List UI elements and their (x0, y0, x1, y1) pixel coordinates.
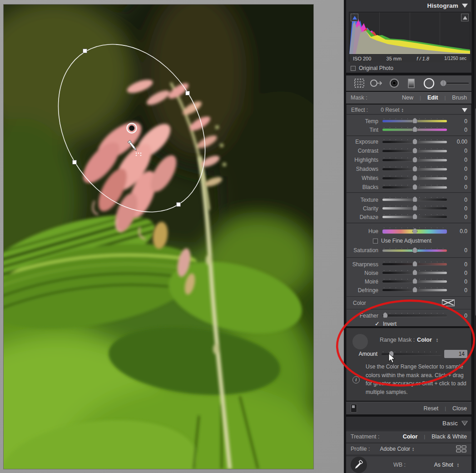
slider-value[interactable]: 0 (447, 261, 467, 268)
noise-slider[interactable] (382, 272, 447, 274)
collapse-triangle-icon[interactable] (462, 4, 468, 8)
range-mask-row[interactable]: Range Mask : Color (347, 337, 471, 343)
dehaze-slider-thumb[interactable] (412, 214, 417, 219)
mask-edit-button[interactable]: Edit (427, 95, 438, 101)
saturation-slider-thumb[interactable] (412, 247, 417, 253)
amount-slider[interactable] (382, 353, 441, 355)
feather-slider-thumb[interactable] (383, 312, 388, 318)
treatment-bw-button[interactable]: Black & White (431, 433, 467, 440)
original-photo-checkbox[interactable] (351, 66, 356, 71)
original-photo-row[interactable]: Original Photo (346, 64, 471, 73)
spot-removal-tool[interactable] (367, 76, 385, 90)
amount-slider-thumb[interactable] (389, 351, 394, 357)
highlights-slider[interactable] (382, 159, 447, 161)
red-eye-tool[interactable] (385, 76, 403, 90)
texture-slider-thumb[interactable] (412, 196, 417, 202)
profile-browser-icon[interactable] (456, 445, 467, 453)
basic-collapse-triangle-icon[interactable] (461, 421, 468, 426)
slider-value[interactable]: 0 (447, 184, 467, 190)
dropdown-icon[interactable] (402, 108, 403, 112)
slider-value[interactable]: 0 (447, 214, 467, 220)
effect-collapse-triangle-icon[interactable] (462, 108, 467, 112)
clarity-slider-thumb[interactable] (412, 205, 417, 211)
range-mask-mode-dropdown[interactable]: Color (417, 337, 432, 343)
tint-slider[interactable] (382, 129, 447, 131)
slider-value[interactable]: 0 (447, 118, 467, 124)
basic-header[interactable]: Basic (346, 417, 471, 430)
hue-slider-thumb[interactable] (412, 228, 417, 234)
panel-scrollbar-track[interactable] (474, 0, 476, 473)
whites-slider-thumb[interactable] (412, 175, 417, 181)
shadow-clipping-indicator[interactable] (351, 14, 358, 21)
photo-canvas[interactable] (4, 5, 313, 469)
reset-button[interactable]: Reset (424, 405, 439, 412)
info-icon-wrap: i (347, 363, 366, 396)
hue-slider[interactable] (382, 229, 447, 234)
clarity-slider[interactable] (382, 207, 447, 209)
slider-value[interactable]: 0 (447, 148, 467, 154)
dropdown-icon[interactable] (412, 447, 414, 451)
slider-value[interactable]: 0 (447, 279, 467, 285)
mask-brush-button[interactable]: Brush (452, 95, 467, 101)
moire-slider-thumb[interactable] (412, 278, 417, 284)
exposure-slider-thumb[interactable] (412, 139, 417, 144)
amount-value-box[interactable]: 14 (444, 350, 467, 358)
effect-preset-button[interactable]: 0 Reset (381, 107, 399, 113)
highlights-slider-thumb[interactable] (412, 157, 417, 163)
slider-value[interactable]: 0 (447, 175, 467, 181)
dropdown-icon[interactable] (436, 338, 438, 342)
temp-slider-thumb[interactable] (412, 118, 417, 124)
temp-slider[interactable] (382, 120, 447, 122)
graduated-filter-tool[interactable] (403, 76, 419, 90)
slider-value[interactable]: 0 (447, 287, 467, 294)
feather-slider[interactable] (382, 314, 447, 317)
contrast-slider[interactable] (382, 150, 447, 152)
slider-value[interactable]: 0 (447, 270, 467, 276)
dehaze-slider[interactable] (382, 216, 447, 218)
highlight-clipping-indicator[interactable] (461, 14, 469, 21)
crop-overlay-tool[interactable] (352, 76, 367, 90)
slider-value[interactable]: 0 (447, 127, 467, 133)
defringe-slider-thumb[interactable] (412, 287, 417, 293)
slider-value[interactable]: 0.0 (447, 228, 467, 234)
adjustment-brush-tool[interactable] (439, 76, 471, 90)
slider-value[interactable]: 0 (447, 313, 467, 319)
noise-slider-thumb[interactable] (412, 269, 417, 275)
sharpness-slider[interactable] (382, 263, 447, 265)
wb-eyedropper-button[interactable] (351, 457, 367, 473)
blacks-slider-thumb[interactable] (412, 184, 417, 190)
sharpness-slider-thumb[interactable] (412, 261, 417, 267)
shadows-slider[interactable] (382, 168, 447, 170)
slider-value[interactable]: 0 (447, 247, 467, 254)
fine-adjustment-row[interactable]: Use Fine Adjustment (347, 236, 471, 246)
histogram-header[interactable]: Histogram (346, 0, 471, 11)
profile-dropdown[interactable]: Adobe Color (380, 446, 410, 452)
shadows-slider-thumb[interactable] (412, 166, 417, 172)
color-swatch-button[interactable] (442, 299, 455, 306)
blacks-slider[interactable] (382, 186, 447, 189)
mask-new-button[interactable]: New (402, 95, 413, 101)
slider-value[interactable]: 0.00 (447, 139, 467, 145)
histogram-graph[interactable] (349, 12, 470, 55)
slider-value[interactable]: 0 (447, 197, 467, 203)
fine-adjustment-checkbox[interactable] (373, 239, 378, 244)
treatment-color-button[interactable]: Color (403, 433, 418, 440)
wb-dropdown[interactable]: As Shot (434, 462, 453, 468)
close-button[interactable]: Close (452, 405, 467, 412)
panel-switch-icon[interactable] (351, 404, 357, 413)
slider-value[interactable]: 0 (447, 205, 467, 212)
dropdown-icon[interactable] (457, 463, 459, 467)
defringe-slider[interactable] (382, 289, 447, 291)
tint-slider-thumb[interactable] (412, 126, 417, 132)
slider-value[interactable]: 0 (447, 166, 467, 172)
moire-slider[interactable] (382, 280, 447, 283)
invert-checkbox[interactable] (375, 321, 380, 327)
slider-value[interactable]: 0 (447, 157, 467, 163)
whites-slider[interactable] (382, 177, 447, 179)
radial-filter-tool-active[interactable] (419, 76, 439, 90)
saturation-slider[interactable] (382, 249, 447, 252)
exif-info-row: ISO 200 35 mm f / 1.8 1/1250 sec (349, 55, 470, 62)
exposure-slider[interactable] (382, 141, 447, 143)
texture-slider[interactable] (382, 199, 447, 201)
contrast-slider-thumb[interactable] (412, 148, 417, 154)
